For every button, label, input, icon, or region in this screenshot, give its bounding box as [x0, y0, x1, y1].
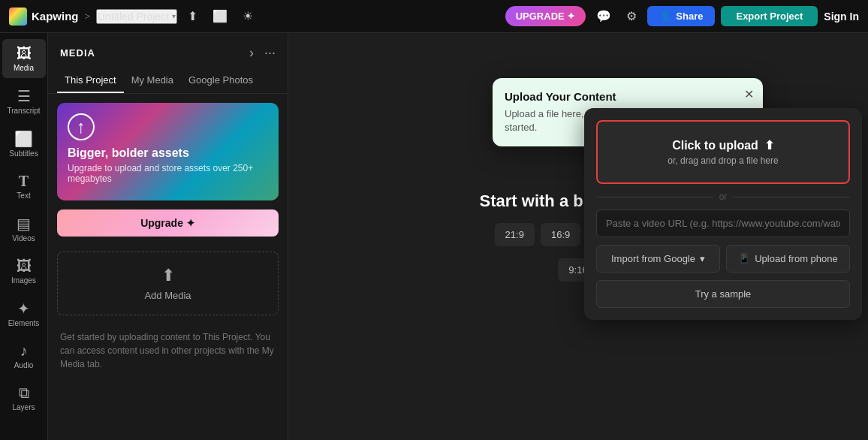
videos-icon: ▤ [17, 215, 31, 233]
canvas-area: Start with a blank canvas 21:9 16:9 1:1 … [288, 33, 868, 440]
phone-label: Upload from phone [755, 253, 838, 264]
sidebar-item-audio[interactable]: ♪ Audio [2, 336, 46, 375]
share-button[interactable]: 👤 Share [647, 6, 715, 26]
transcript-label: Transcript [7, 107, 40, 115]
project-name-btn[interactable]: Untitled Project ▾ [96, 9, 177, 24]
google-import-label: Import from Google [611, 253, 695, 264]
upload-drop-label: Click to upload [672, 139, 758, 152]
google-chevron-icon: ▾ [700, 253, 705, 264]
signin-button[interactable]: Sign In [824, 11, 859, 23]
panel-tabs: This Project My Media Google Photos [48, 68, 288, 94]
main-layout: 🖼 Media ☰ Transcript ⬜ Subtitles T Text … [0, 33, 868, 440]
audio-label: Audio [14, 361, 34, 369]
layers-label: Layers [12, 403, 35, 411]
text-label: Text [17, 191, 30, 200]
divider-or: or [596, 191, 850, 202]
layers-icon: ⧉ [19, 384, 29, 402]
share-icon: 👤 [659, 11, 671, 22]
subtitles-icon: ⬜ [14, 130, 33, 148]
upload-phone-button[interactable]: 📱 Upload from phone [726, 245, 850, 273]
ratio-16-9[interactable]: 16:9 [541, 223, 580, 246]
elements-icon: ✦ [17, 300, 30, 318]
sidebar-item-transcript[interactable]: ☰ Transcript [2, 81, 46, 121]
upgrade-card-title: Bigger, bolder assets [68, 146, 268, 160]
sidebar-item-text[interactable]: T Text [2, 167, 46, 206]
audio-icon: ♪ [20, 342, 28, 360]
panel-header: MEDIA › ··· [48, 33, 288, 68]
media-label: Media [14, 64, 34, 72]
icon-sidebar: 🖼 Media ☰ Transcript ⬜ Subtitles T Text … [0, 33, 48, 440]
upgrade-card: ↑ Bigger, bolder assets Upgrade to uploa… [57, 103, 279, 200]
export-button[interactable]: Export Project [721, 6, 818, 26]
popup-title: Upload Your Content [505, 90, 751, 103]
upload-drop-sub: or, drag and drop a file here [614, 155, 832, 166]
images-icon: 🖼 [17, 258, 32, 275]
videos-label: Videos [12, 234, 35, 243]
settings-icon-btn[interactable]: ⚙ [622, 5, 641, 28]
topbar: Kapwing > Untitled Project ▾ ⬆ ⬜ ☀ UPGRA… [0, 0, 868, 33]
subtitles-icon-btn[interactable]: ⬜ [208, 5, 232, 28]
text-icon: T [19, 173, 29, 190]
sidebar-item-layers[interactable]: ⧉ Layers [2, 378, 46, 417]
sidebar-item-elements[interactable]: ✦ Elements [2, 294, 46, 333]
images-label: Images [11, 276, 36, 285]
upload-icon-btn[interactable]: ⬆ [183, 5, 202, 28]
sidebar-item-images[interactable]: 🖼 Images [2, 252, 46, 291]
upload-drop-title: Click to upload ⬆ [614, 138, 832, 152]
upgrade-button[interactable]: UPGRADE ✦ [505, 6, 586, 26]
popup-close-button[interactable]: ✕ [744, 87, 754, 101]
upgrade-card-content: ↑ Bigger, bolder assets Upgrade to uploa… [57, 103, 279, 194]
upload-options-row: Import from Google ▾ 📱 Upload from phone [596, 245, 850, 273]
phone-icon: 📱 [738, 253, 750, 264]
sidebar-item-videos[interactable]: ▤ Videos [2, 209, 46, 249]
panel-title: MEDIA [60, 47, 95, 59]
panel-info-text: Get started by uploading content to This… [48, 321, 288, 380]
project-chevron-icon: ▾ [172, 12, 176, 20]
upload-panel: Click to upload ⬆ or, drag and drop a fi… [584, 108, 862, 320]
add-media-label: Add Media [144, 290, 191, 301]
share-label: Share [676, 11, 703, 22]
upload-drop-icon: ⬆ [764, 138, 774, 152]
logo-text: Kapwing [32, 10, 79, 23]
upload-drop-zone[interactable]: Click to upload ⬆ or, drag and drop a fi… [596, 120, 850, 184]
upgrade-card-desc: Upgrade to upload and store assets over … [68, 163, 268, 184]
more-options-button[interactable]: ··· [264, 45, 276, 61]
sidebar-item-subtitles[interactable]: ⬜ Subtitles [2, 124, 46, 164]
breadcrumb-sep: > [85, 11, 91, 22]
upgrade-card-button[interactable]: Upgrade ✦ [57, 209, 279, 237]
chat-icon-btn[interactable]: 💬 [592, 5, 616, 28]
tab-google-photos[interactable]: Google Photos [181, 68, 261, 93]
url-input[interactable] [596, 209, 850, 237]
import-google-button[interactable]: Import from Google ▾ [596, 245, 720, 273]
ratio-21-9[interactable]: 21:9 [495, 223, 535, 246]
add-media-button[interactable]: ⬆ Add Media [57, 252, 279, 315]
tab-my-media[interactable]: My Media [124, 68, 181, 93]
media-panel: MEDIA › ··· This Project My Media Google… [48, 33, 288, 440]
collapse-button[interactable]: › [245, 44, 258, 62]
add-media-upload-icon: ⬆ [161, 266, 175, 285]
elements-label: Elements [8, 319, 40, 327]
upgrade-arrow-icon: ↑ [68, 113, 95, 140]
try-sample-button[interactable]: Try a sample [596, 280, 850, 308]
sidebar-item-media[interactable]: 🖼 Media [2, 39, 46, 78]
media-icon: 🖼 [17, 45, 32, 62]
theme-icon-btn[interactable]: ☀ [238, 5, 258, 28]
transcript-icon: ☰ [17, 87, 31, 105]
kapwing-logo: Kapwing [9, 8, 79, 26]
project-name-label: Untitled Project [98, 11, 169, 23]
panel-actions: › ··· [245, 44, 276, 62]
subtitles-label: Subtitles [9, 149, 38, 158]
tab-this-project[interactable]: This Project [57, 68, 124, 93]
logo-icon [9, 8, 27, 26]
